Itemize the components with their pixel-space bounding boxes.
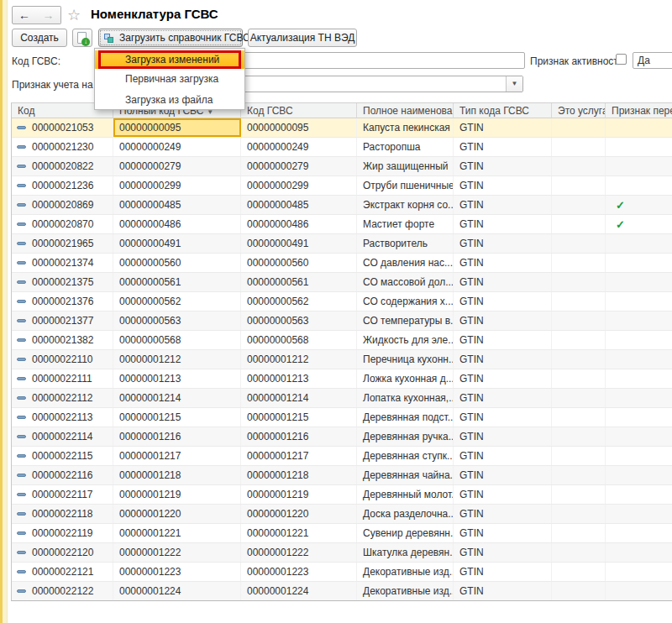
cell-code[interactable]: 00000022111 <box>12 369 113 388</box>
cell-service[interactable] <box>552 563 606 581</box>
table-row[interactable]: 000000221150000000121700000001217Деревян… <box>12 447 672 466</box>
cell-service[interactable] <box>552 485 606 504</box>
cell-perech[interactable] <box>606 157 672 175</box>
cell-full-code[interactable]: 00000001223 <box>113 563 241 581</box>
cell-gsvs-code[interactable]: 00000000486 <box>241 215 357 233</box>
cell-full-code[interactable]: 00000000486 <box>113 215 241 233</box>
cell-full-code[interactable]: 00000000491 <box>113 234 241 253</box>
cell-gsvs-code[interactable]: 00000000249 <box>241 138 357 156</box>
table-row[interactable]: 000000208700000000048600000000486Мастиет… <box>12 215 672 234</box>
cell-full-code[interactable]: 00000000563 <box>113 312 241 330</box>
cell-perech[interactable] <box>606 582 672 600</box>
cell-name[interactable]: Перечница кухонн... <box>357 350 454 369</box>
column-header[interactable]: Тип кода ГСВС <box>454 103 552 118</box>
combo-chevron-down-icon[interactable]: ▼ <box>506 76 522 92</box>
cell-type[interactable]: GTIN <box>454 196 552 214</box>
cell-service[interactable] <box>552 389 606 407</box>
cell-code[interactable]: 00000022113 <box>12 408 113 427</box>
cell-code[interactable]: 00000022120 <box>12 543 113 562</box>
cell-service[interactable] <box>552 408 606 427</box>
cell-service[interactable] <box>552 524 606 542</box>
cell-perech[interactable] <box>606 408 672 427</box>
cell-service[interactable] <box>552 582 606 600</box>
cell-name[interactable]: Деревянная ступк... <box>357 447 454 465</box>
forward-button[interactable]: → <box>36 6 61 24</box>
table-row[interactable]: 000000213770000000056300000000563СО темп… <box>12 312 672 331</box>
cell-full-code[interactable]: 00000000568 <box>113 331 241 349</box>
cell-code[interactable]: 00000022117 <box>12 485 113 504</box>
cell-service[interactable] <box>552 543 606 562</box>
cell-type[interactable]: GTIN <box>454 466 552 484</box>
cell-gsvs-code[interactable]: 00000000568 <box>241 331 357 349</box>
cell-perech[interactable] <box>606 485 672 504</box>
column-header[interactable]: Это услуга <box>552 103 606 118</box>
cell-service[interactable] <box>552 447 606 465</box>
column-header[interactable]: Код ГСВС <box>241 103 357 118</box>
cell-type[interactable]: GTIN <box>454 543 552 562</box>
cell-gsvs-code[interactable]: 00000001221 <box>241 524 357 542</box>
cell-code[interactable]: 00000021236 <box>12 176 113 195</box>
cell-code[interactable]: 00000022110 <box>12 350 113 369</box>
cell-service[interactable] <box>552 466 606 484</box>
cell-gsvs-code[interactable]: 00000001212 <box>241 350 357 369</box>
cell-perech[interactable] <box>606 118 672 137</box>
cell-service[interactable] <box>552 369 606 388</box>
cell-name[interactable]: Шкатулка деревян... <box>357 543 454 562</box>
cell-name[interactable]: СО давления нас... <box>357 254 454 272</box>
table-row[interactable]: 000000221210000000122300000001223Декорат… <box>12 563 672 582</box>
cell-service[interactable] <box>552 118 606 137</box>
table-row[interactable]: 000000212360000000029900000000299Отруби … <box>12 176 672 196</box>
cell-full-code[interactable]: 00000000249 <box>113 138 241 156</box>
cell-code[interactable]: 00000022116 <box>12 466 113 484</box>
cell-gsvs-code[interactable]: 00000001224 <box>241 582 357 600</box>
cell-code[interactable]: 00000022119 <box>12 524 113 542</box>
table-row[interactable]: 000000221180000000122000000001220Доска р… <box>12 505 672 524</box>
cell-service[interactable] <box>552 505 606 523</box>
table-row[interactable]: 000000213750000000056100000000561СО масс… <box>12 273 672 292</box>
table-row[interactable]: 000000221140000000121600000001216Деревян… <box>12 427 672 447</box>
cell-name[interactable]: Доска разделочна... <box>357 505 454 523</box>
cell-type[interactable]: GTIN <box>454 427 552 446</box>
cell-type[interactable]: GTIN <box>454 447 552 465</box>
cell-service[interactable] <box>552 292 606 311</box>
cell-type[interactable]: GTIN <box>454 138 552 156</box>
cell-type[interactable]: GTIN <box>454 331 552 349</box>
cell-name[interactable]: Жидкость для эле... <box>357 331 454 349</box>
table-row[interactable]: 000000221220000000122400000001224Декорат… <box>12 582 672 601</box>
cell-full-code[interactable]: 00000000485 <box>113 196 241 214</box>
cell-perech[interactable] <box>606 505 672 523</box>
actualize-tnved-button[interactable]: Актуализация ТН ВЭД <box>248 29 357 47</box>
cell-gsvs-code[interactable]: 00000000491 <box>241 234 357 253</box>
cell-name[interactable]: Деревянная подст... <box>357 408 454 427</box>
table-row[interactable]: 000000212300000000024900000000249Расторо… <box>12 138 672 157</box>
cell-type[interactable]: GTIN <box>454 505 552 523</box>
cell-full-code[interactable]: 00000001212 <box>113 350 241 369</box>
cell-gsvs-code[interactable]: 00000000563 <box>241 312 357 330</box>
menu-item-highlighted[interactable]: Загрузка изменений <box>95 50 244 69</box>
cell-full-code[interactable]: 00000001221 <box>113 524 241 542</box>
cell-type[interactable]: GTIN <box>454 118 552 137</box>
cell-code[interactable]: 00000022121 <box>12 563 113 581</box>
cell-gsvs-code[interactable]: 00000000485 <box>241 196 357 214</box>
cell-name[interactable]: Сувенир деревянн... <box>357 524 454 542</box>
cell-perech[interactable] <box>606 350 672 369</box>
cell-full-code[interactable]: 00000000562 <box>113 292 241 311</box>
table-row[interactable]: 000000221110000000121300000001213Ложка к… <box>12 369 672 389</box>
cell-type[interactable]: GTIN <box>454 234 552 253</box>
cell-type[interactable]: GTIN <box>454 582 552 600</box>
cell-gsvs-code[interactable]: 00000001215 <box>241 408 357 427</box>
cell-name[interactable]: Расторопша <box>357 138 454 156</box>
cell-service[interactable] <box>552 176 606 195</box>
cell-perech[interactable] <box>606 273 672 291</box>
cell-name[interactable]: Ложка кухонная д... <box>357 369 454 388</box>
cell-code[interactable]: 00000021375 <box>12 273 113 291</box>
table-row[interactable]: 000000221200000000122200000001222Шкатулк… <box>12 543 672 563</box>
new-document-button[interactable] <box>72 29 92 47</box>
cell-code[interactable]: 00000022112 <box>12 389 113 407</box>
cell-perech[interactable] <box>606 427 672 446</box>
cell-code[interactable]: 00000021382 <box>12 331 113 349</box>
cell-code[interactable]: 00000021230 <box>12 138 113 156</box>
cell-gsvs-code[interactable]: 00000001223 <box>241 563 357 581</box>
table-row[interactable]: 000000213760000000056200000000562СО соде… <box>12 292 672 312</box>
cell-code[interactable]: 00000021377 <box>12 312 113 330</box>
